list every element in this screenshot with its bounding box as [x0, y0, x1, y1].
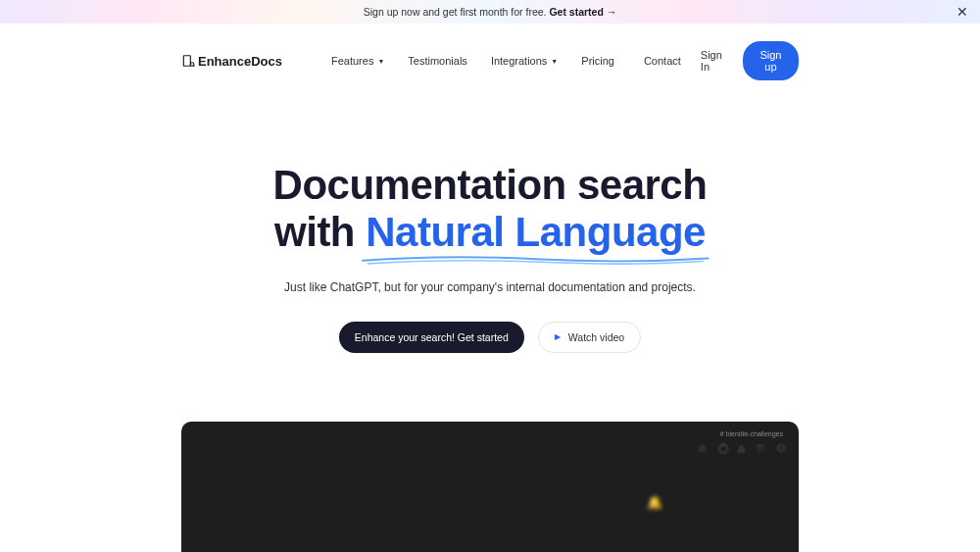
get-started-button[interactable]: Enhance your search! Get started: [339, 322, 524, 353]
nav-testimonials[interactable]: Testimonials: [408, 55, 467, 67]
blurred-icon: △: [738, 443, 748, 453]
video-icon-bar: ◇ ◯ △ □ ⬡: [699, 443, 787, 453]
nav-contact[interactable]: Contact: [644, 55, 681, 67]
blurred-icon: ◇: [699, 443, 709, 453]
hero-actions: Enhance your search! Get started ▶ Watch…: [59, 322, 921, 353]
underline-decoration-icon: [358, 253, 713, 267]
blurred-icon: □: [758, 443, 767, 453]
logo[interactable]: EnhanceDocs: [181, 54, 282, 69]
blurred-icon: ◯: [718, 443, 728, 453]
hero-highlight: Natural Language: [366, 209, 706, 256]
logo-icon: [181, 54, 195, 68]
blurred-icon: ⬡: [777, 443, 787, 453]
watch-video-button[interactable]: ▶ Watch video: [538, 322, 641, 353]
main-nav: Features ▼ Testimonials Integrations ▼ P…: [331, 55, 614, 67]
nav-right: Contact Sign In Sign up: [644, 41, 799, 80]
demo-video[interactable]: # blendie-challenges ◇ ◯ △ □ ⬡ 🔔 This is…: [181, 422, 799, 552]
chevron-down-icon: ▼: [377, 58, 384, 65]
header: EnhanceDocs Features ▼ Testimonials Inte…: [0, 24, 980, 98]
bell-icon: 🔔: [647, 495, 662, 510]
play-icon: ▶: [555, 332, 561, 341]
signup-button[interactable]: Sign up: [743, 41, 799, 80]
brand-name: EnhanceDocs: [198, 54, 282, 69]
close-icon: ✕: [956, 4, 968, 20]
promo-close-button[interactable]: ✕: [956, 4, 968, 20]
hero-subtitle: Just like ChatGPT, but for your company'…: [59, 280, 921, 294]
promo-banner: Sign up now and get first month for free…: [0, 0, 980, 24]
svg-rect-0: [183, 56, 190, 67]
signin-link[interactable]: Sign In: [701, 49, 723, 73]
hero-title: Documentation search with Natural Langua…: [59, 162, 921, 257]
svg-line-2: [193, 66, 194, 67]
hero-section: Documentation search with Natural Langua…: [0, 98, 980, 382]
promo-text: Sign up now and get first month for free…: [364, 6, 550, 18]
nav-pricing[interactable]: Pricing: [581, 55, 614, 67]
chevron-down-icon: ▼: [551, 58, 558, 65]
promo-cta-link[interactable]: Get started →: [549, 6, 616, 18]
nav-integrations[interactable]: Integrations ▼: [491, 55, 558, 67]
video-top-bar: # blendie-challenges: [720, 430, 787, 437]
nav-features[interactable]: Features ▼: [331, 55, 384, 67]
